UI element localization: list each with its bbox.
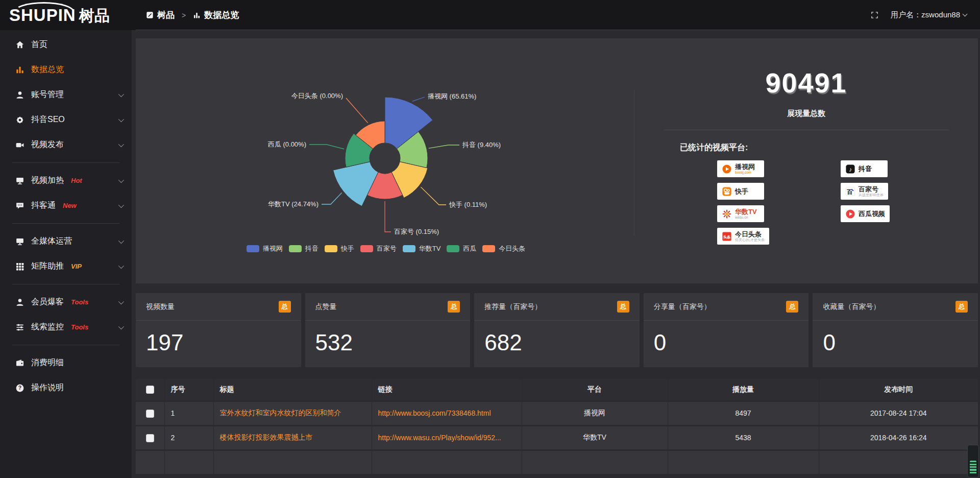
sidebar-item-5[interactable]: 视频加热Hot (0, 168, 132, 193)
sidebar-item-3[interactable]: 抖音SEO (0, 107, 132, 132)
table-header-1: 标题 (213, 379, 372, 401)
total-badge[interactable]: 总 (279, 301, 291, 313)
breadcrumb-separator: > (182, 11, 186, 19)
summary-panel: 90491 展现量总数 已统计的视频平台: 播视网boosj.com♪抖音快手百… (634, 38, 978, 283)
svg-text:?: ? (18, 385, 21, 391)
stat-card-4: 收藏量（百家号）总0 (813, 293, 978, 367)
widget-stripes-decoration (970, 461, 976, 474)
sidebar-item-8[interactable]: 矩阵助推VIP (0, 254, 132, 279)
fullscreen-icon[interactable] (871, 11, 878, 19)
legend-label: 播视网 (263, 244, 283, 253)
platform-name: 抖音 (859, 165, 872, 173)
legend-item-播视网[interactable]: 播视网 (247, 244, 283, 253)
pie-label-line (421, 187, 446, 205)
table-header-4: 播放量 (668, 379, 819, 401)
sidebar-item-label: 全媒体运营 (31, 236, 72, 247)
sidebar-item-label: 首页 (31, 39, 47, 50)
table-header-5: 发布时间 (819, 379, 978, 401)
platform-subtext: boosj.com (735, 171, 755, 174)
sidebar-item-tag: Tools (71, 323, 88, 331)
sidebar-item-11[interactable]: 消费明细 (0, 350, 132, 375)
stat-cards-row: 视频数量总197点赞量总532推荐量（百家号）总682分享量（百家号）总0收藏量… (136, 293, 978, 367)
chevron-down-icon (963, 12, 968, 17)
user-menu[interactable]: 用户名：zswodun88 (891, 10, 967, 20)
sidebar-item-7[interactable]: 全媒体运营 (0, 229, 132, 254)
sidebar-item-12[interactable]: ?操作说明 (0, 375, 132, 400)
cell-platform: 播视网 (584, 409, 605, 417)
sidebar-item-label: 消费明细 (31, 357, 64, 368)
app-logo: SHUPIN 树品 (0, 7, 132, 23)
row-checkbox[interactable] (146, 434, 154, 442)
legend-label: 华数TV (419, 244, 441, 253)
legend-item-西瓜[interactable]: 西瓜 (447, 244, 476, 253)
videos-table: 序号标题链接平台播放量发布时间1室外水纹灯和室内水纹灯的区别和简介http://… (136, 379, 978, 475)
cell-title-link[interactable]: 楼体投影灯投影效果震撼上市 (220, 433, 313, 441)
cell-url-link[interactable]: http://www.boosj.com/7338468.html (378, 409, 491, 417)
sidebar-item-tag: Tools (71, 298, 88, 306)
breadcrumb-current[interactable]: 数据总览 (193, 9, 239, 21)
boosj-icon (722, 164, 732, 174)
stat-card-label: 推荐量（百家号） (484, 302, 542, 312)
wallet-icon (15, 358, 24, 368)
chart-bars-icon (15, 65, 24, 75)
select-all-checkbox[interactable] (146, 386, 154, 394)
total-badge[interactable]: 总 (448, 301, 460, 313)
stat-card-value: 532 (305, 321, 471, 355)
sidebar-divider (12, 284, 119, 284)
legend-item-华数TV[interactable]: 华数TV (403, 244, 441, 253)
username-label: 用户名： (891, 10, 921, 19)
stat-card-label: 点赞量 (315, 302, 337, 312)
legend-item-今日头条[interactable]: 今日头条 (482, 244, 525, 253)
grid-icon (15, 262, 24, 271)
sidebar-item-label: 矩阵助推 (31, 261, 64, 272)
floating-widget[interactable] (967, 445, 979, 477)
stat-card-value: 682 (474, 321, 640, 355)
sidebar-item-9[interactable]: 会员爆客Tools (0, 290, 132, 315)
report-icon (146, 11, 154, 19)
sidebar-item-tag: VIP (71, 262, 82, 270)
pie-label-百家号: 百家号 (0.15%) (394, 228, 439, 235)
sidebar-item-label: 视频加热 (31, 175, 64, 186)
table-row-clipped (136, 450, 978, 474)
breadcrumb-root[interactable]: 树品 (146, 9, 175, 21)
platform-badge-今日头条: 头条今日头条你关心的,才是头条 (717, 228, 769, 245)
total-badge[interactable]: 总 (786, 301, 798, 313)
pie-label-抖音: 抖音 (9.40%) (462, 141, 501, 149)
legend-item-抖音[interactable]: 抖音 (289, 244, 318, 253)
platform-name: 西瓜视频 (859, 210, 885, 218)
chevron-down-icon (118, 262, 124, 268)
platform-name: 今日头条 (735, 231, 765, 238)
table-header-row: 序号标题链接平台播放量发布时间 (136, 379, 978, 401)
total-badge[interactable]: 总 (955, 301, 968, 313)
sidebar-item-0[interactable]: 首页 (0, 32, 132, 57)
cell-url-link[interactable]: http://www.wasu.cn/Play/show/id/952... (378, 434, 501, 442)
platform-name: 华数TV (735, 208, 757, 216)
pie-slice-华数TV[interactable] (333, 162, 378, 206)
baijiahao-icon: 百 (845, 186, 855, 197)
row-checkbox[interactable] (146, 410, 154, 418)
sidebar-item-6[interactable]: 抖客通New (0, 193, 132, 218)
pie-label-播视网: 播视网 (65.61%) (428, 92, 476, 100)
platform-name: 播视网 (735, 163, 755, 171)
platform-name: 快手 (735, 188, 748, 195)
cell-time: 2017-08-24 17:04 (870, 409, 927, 417)
legend-item-百家号[interactable]: 百家号 (360, 244, 397, 253)
sidebar-item-2[interactable]: 账号管理 (0, 82, 132, 107)
legend-swatch (482, 245, 495, 252)
sidebar-item-1[interactable]: 数据总览 (0, 57, 132, 82)
stat-card-3: 分享量（百家号）总0 (644, 293, 809, 367)
sidebar-item-label: 抖客通 (31, 200, 56, 211)
question-icon: ? (15, 384, 24, 393)
sidebar-item-tag: Hot (71, 177, 82, 184)
chevron-down-icon (118, 202, 124, 207)
chevron-down-icon (118, 116, 124, 122)
total-badge[interactable]: 总 (617, 301, 629, 313)
video-icon (15, 140, 24, 150)
logo-text-cn: 树品 (79, 8, 110, 23)
chart-panel: 播视网 (65.61%)抖音 (9.40%)快手 (0.11%)百家号 (0.1… (136, 38, 978, 283)
sidebar-item-10[interactable]: 线索监控Tools (0, 315, 132, 340)
sidebar-item-4[interactable]: 视频发布 (0, 132, 132, 157)
sidebar-divider (12, 345, 119, 345)
cell-title-link[interactable]: 室外水纹灯和室内水纹灯的区别和简介 (220, 409, 341, 417)
legend-item-快手[interactable]: 快手 (325, 244, 354, 253)
